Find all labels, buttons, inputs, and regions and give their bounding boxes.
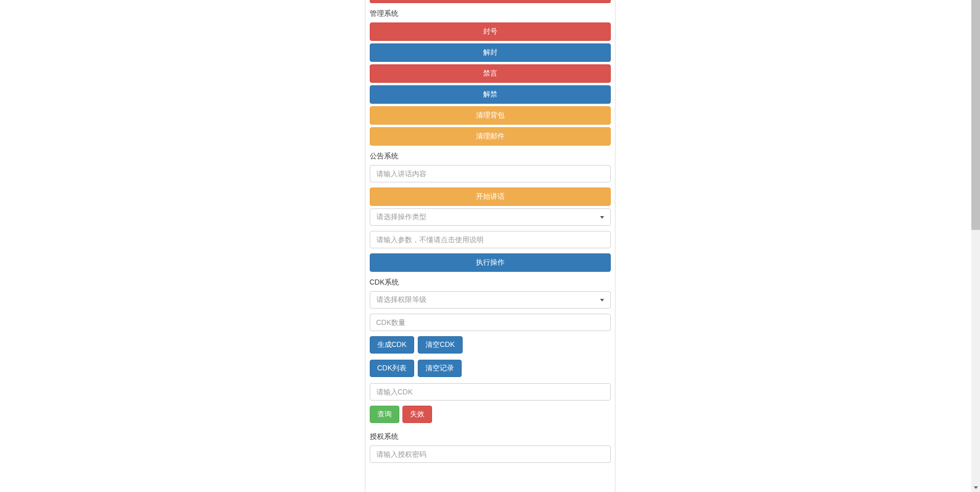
clear-bag-button[interactable]: 清理背包 [370,106,611,125]
main-panel: 管理系统 封号 解封 禁言 解禁 清理背包 清理邮件 公告系统 开始讲话 请选择… [365,0,615,492]
section-label-cdk: CDK系统 [370,277,611,288]
caret-down-icon [600,216,604,219]
section-label-management: 管理系统 [370,8,611,19]
auth-password-input[interactable] [370,446,611,463]
cdk-button-row-2: CDK列表 清空记录 [370,360,611,380]
clear-record-button[interactable]: 清空记录 [418,360,462,377]
scroll-down-arrow-icon[interactable] [971,483,980,492]
caret-down-icon [600,299,604,301]
invalid-button[interactable]: 失效 [402,406,432,423]
cdk-list-button[interactable]: CDK列表 [370,360,415,377]
section-label-auth: 授权系统 [370,431,611,442]
cdk-query-row: 查询 失效 [370,406,611,426]
speak-content-input[interactable] [370,165,611,182]
top-cutoff-button [370,0,611,3]
start-speak-button[interactable]: 开始讲话 [370,188,611,206]
clear-mail-button[interactable]: 清理邮件 [370,127,611,146]
operation-type-select[interactable]: 请选择操作类型 [370,208,611,226]
query-button[interactable]: 查询 [370,406,399,423]
clear-cdk-button[interactable]: 清空CDK [418,336,463,354]
section-label-announce: 公告系统 [370,151,611,162]
ban-account-button[interactable]: 封号 [370,22,611,41]
cdk-input[interactable] [370,383,611,401]
scrollbar-thumb[interactable] [971,0,980,230]
cdk-button-row-1: 生成CDK 清空CDK [370,336,611,357]
cdk-count-input[interactable] [370,314,611,331]
permission-level-placeholder: 请选择权限等级 [376,295,426,304]
mute-button[interactable]: 禁言 [370,64,611,83]
permission-level-select[interactable]: 请选择权限等级 [370,291,611,309]
operation-type-placeholder: 请选择操作类型 [376,213,426,222]
generate-cdk-button[interactable]: 生成CDK [370,336,415,354]
execute-operation-button[interactable]: 执行操作 [370,253,611,272]
operation-param-input[interactable] [370,231,611,248]
unban-account-button[interactable]: 解封 [370,43,611,62]
unmute-button[interactable]: 解禁 [370,85,611,104]
vertical-scrollbar[interactable] [971,0,980,492]
